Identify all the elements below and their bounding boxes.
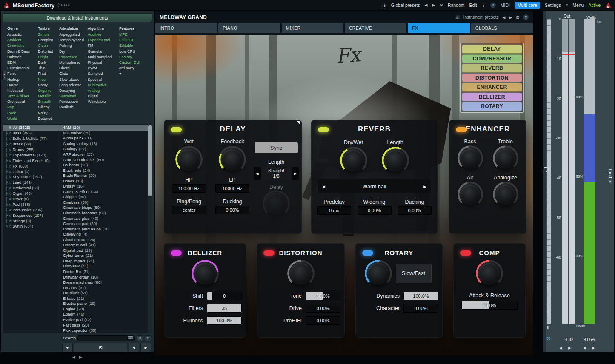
prev-preset-button[interactable]: ◀	[129, 343, 139, 352]
help-icon[interactable]: ?	[490, 3, 496, 8]
filter-item[interactable]: Spectral	[88, 77, 118, 82]
filter-item[interactable]: Detuned	[38, 116, 58, 122]
preset-item[interactable]: Crystal pad (19)	[60, 248, 148, 253]
tree-item[interactable]: ├ ◇ Percussive (295)	[3, 207, 60, 213]
mono-label[interactable]: mono	[576, 324, 585, 327]
filter-item[interactable]: Arpeggiated	[59, 32, 86, 37]
filter-item[interactable]: Factory	[119, 54, 142, 60]
filter-item[interactable]: Bright	[38, 54, 58, 60]
tree-item[interactable]: ├ ◇ Keyboards (192)	[3, 174, 60, 180]
preset-item[interactable]: Black hole (24)	[60, 168, 148, 173]
favorite-button[interactable]: ♥	[62, 343, 73, 352]
fx-module-button[interactable]: ENHANCER	[462, 83, 522, 92]
rotary-enable-led[interactable]	[362, 250, 373, 256]
param-value-field[interactable]: 100.0%	[207, 316, 242, 325]
preset-item[interactable]: Dream machines (86)	[60, 280, 148, 285]
instrument-tab[interactable]: MIXER	[282, 23, 343, 33]
scrollbar-thumb[interactable]	[148, 125, 152, 196]
fx-module-button[interactable]: ROTARY	[462, 102, 522, 111]
slow-fast-button[interactable]: Slow/Fast	[396, 264, 432, 283]
preset-item[interactable]: Cinebass (60)	[60, 200, 148, 205]
instrument-tab[interactable]: PIANO	[218, 23, 280, 33]
tree-item[interactable]: ├ ◇ Sequences (197)	[3, 213, 60, 218]
instrument-presets-button[interactable]: Instrument presets	[463, 15, 499, 20]
filter-item[interactable]: Pop	[7, 105, 37, 110]
lp-value-field[interactable]: 10000 Hz	[215, 184, 249, 193]
preset-item[interactable]: Dreams (31)	[60, 285, 148, 290]
preset-item[interactable]: Doctor Ro (31)	[60, 269, 148, 275]
filter-item[interactable]: Realistic	[59, 105, 86, 110]
reverb-preset-next-icon[interactable]: ▶	[423, 185, 426, 189]
filter-item[interactable]: Cinematic	[7, 43, 37, 48]
filter-item[interactable]: House	[7, 82, 37, 88]
edit-button[interactable]: Edit	[469, 3, 477, 8]
distortion-knob[interactable]	[289, 262, 312, 285]
random-button[interactable]: Random	[448, 3, 465, 8]
filter-item[interactable]: Hiphop	[7, 77, 37, 82]
tree-item[interactable]: ▦ All (3625)	[3, 125, 60, 131]
filter-item[interactable]: Multi-sampled	[88, 54, 118, 60]
reverb-preset-select[interactable]: ◀ Warm hall ▶	[318, 179, 431, 193]
keyboard-icon[interactable]: ⌨	[128, 336, 133, 340]
filter-item[interactable]: Dubstep	[7, 54, 37, 60]
fx-module-button[interactable]: COMPRESSOR	[462, 54, 522, 63]
filter-item[interactable]: Low CPU	[119, 49, 142, 54]
filter-item[interactable]: Distorted	[38, 49, 58, 54]
filter-item[interactable]: ♥	[119, 71, 142, 77]
filter-item[interactable]: MPE	[119, 32, 142, 37]
bellizer-knob[interactable]	[194, 262, 217, 285]
filter-item[interactable]: Custom GUI	[119, 60, 142, 65]
filter-item[interactable]: Clean	[38, 43, 58, 48]
filter-item[interactable]: Noisy	[38, 111, 58, 116]
feedback-knob[interactable]	[221, 148, 244, 171]
preset-item[interactable]: Analogy (27)	[60, 146, 148, 152]
filter-item[interactable]: Analog	[88, 88, 118, 94]
global-presets-button[interactable]: Global presets	[391, 3, 420, 8]
screen-icon[interactable]	[544, 167, 549, 171]
filter-item[interactable]: Processed	[59, 54, 86, 60]
length-next-icon[interactable]: ▶	[292, 167, 299, 180]
tree-item[interactable]: ├ ◇ Orchestral (50)	[3, 185, 60, 191]
meter-zoom-strip[interactable]	[547, 19, 551, 324]
prev-icon[interactable]: ◀	[583, 346, 586, 350]
filter-item[interactable]: World	[7, 116, 37, 122]
param-value-field[interactable]: 0	[207, 292, 242, 300]
instrument-tab[interactable]: CREATIVE	[345, 23, 406, 33]
preset-item[interactable]: Cinematic braaams (50)	[60, 210, 148, 216]
preset-item[interactable]: Flux capacitor (35)	[60, 328, 148, 333]
preset-item[interactable]: Electric piano (19)	[60, 301, 148, 307]
filter-item[interactable]: PWM	[88, 65, 118, 71]
tree-item[interactable]: ├ ◇ Brass (29)	[3, 142, 60, 147]
param-value-field[interactable]: 0.00%	[403, 304, 438, 313]
ducking-value-field[interactable]: 0.00%	[215, 206, 249, 214]
tree-item[interactable]: ├ ◇ Pad (388)	[3, 202, 60, 207]
tree-item[interactable]: ├ ◇ Strings (0)	[3, 218, 60, 224]
prev-icon[interactable]: ◀	[559, 346, 562, 350]
multi-core-toggle[interactable]: Multi-core	[515, 2, 540, 9]
filter-header[interactable]: Genre	[7, 26, 37, 31]
close-browser-button[interactable]: ⊠	[74, 343, 127, 352]
delay-length-select[interactable]: ◀ Straight 1/8 ▶	[254, 167, 299, 180]
next-icon[interactable]: ▶	[568, 346, 571, 350]
settings-button[interactable]: Settings	[545, 3, 561, 8]
tree-item[interactable]: ├ ◇ FX (650)	[3, 163, 60, 169]
filter-item[interactable]: Decaying	[59, 88, 86, 94]
fx-module-button[interactable]: REVERB	[462, 64, 522, 73]
filter-item[interactable]: Percussive	[59, 99, 86, 105]
preset-item[interactable]: Cyber terror (21)	[60, 253, 148, 259]
filter-item[interactable]: Sustained	[59, 94, 86, 99]
reverb-ducking-value-field[interactable]: 0.00%	[398, 206, 432, 215]
preset-item[interactable]: Cinematic gliss (40)	[60, 216, 148, 221]
filter-item[interactable]: FM	[88, 43, 118, 48]
filter-item[interactable]: Wavetable	[88, 99, 118, 105]
next-icon[interactable]: ▶	[592, 346, 595, 350]
preset-item[interactable]: Cinematic blipps (50)	[60, 205, 148, 210]
menu-icon[interactable]: ≡	[566, 3, 568, 7]
next-preset-button[interactable]: ▶	[140, 343, 151, 352]
filter-item[interactable]: Nice	[38, 77, 58, 82]
tree-item[interactable]: ├ ◇ Lead (142)	[3, 180, 60, 185]
preset-item[interactable]: Analog factory (16)	[60, 141, 148, 147]
tree-item[interactable]: ├ ◇ Bass (495)	[3, 131, 60, 136]
filter-item[interactable]: Ambient	[7, 37, 37, 43]
scroll-down-icon[interactable]: ▾	[4, 76, 5, 79]
